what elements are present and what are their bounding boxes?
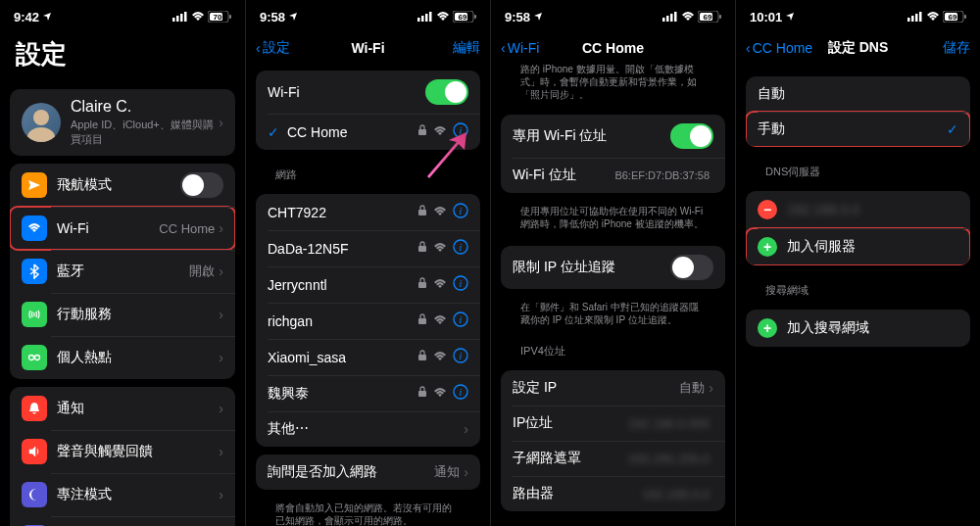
svg-rect-51 [719, 15, 721, 19]
battery-icon: 69 [943, 11, 966, 23]
signal-icon [172, 12, 188, 22]
private-addr-row[interactable]: 專用 Wi-Fi 位址 [501, 115, 725, 158]
svg-rect-0 [172, 18, 175, 22]
page-title: 設定 DNS [828, 39, 888, 57]
network-row[interactable]: 其他⋯› [256, 411, 480, 447]
remove-icon[interactable]: − [758, 200, 777, 219]
network-row[interactable]: 魏興泰i [256, 375, 480, 411]
limit-ip-toggle[interactable] [670, 255, 713, 280]
svg-rect-18 [425, 14, 428, 22]
info-icon[interactable]: i [453, 203, 468, 221]
dns-server-row[interactable]: − 192.168.0.0 [746, 191, 970, 228]
chevron-icon: › [219, 401, 223, 416]
back-button[interactable]: ‹設定 [256, 39, 290, 57]
svg-rect-45 [662, 18, 665, 22]
notifications-row[interactable]: 通知 › [10, 387, 235, 430]
svg-point-10 [29, 356, 34, 360]
save-button[interactable]: 儲存 [943, 39, 970, 57]
info-icon[interactable]: i [453, 275, 468, 294]
auto-row[interactable]: 自動 [746, 76, 970, 112]
svg-rect-48 [674, 12, 677, 22]
signal-icon [662, 12, 678, 22]
svg-rect-36 [418, 318, 426, 324]
signal-icon [417, 12, 433, 22]
chevron-icon: › [219, 220, 223, 236]
battery-icon: 70 [208, 11, 231, 23]
cellular-row[interactable]: 行動服務 › [10, 293, 235, 336]
svg-rect-56 [919, 12, 922, 22]
moon-icon [22, 482, 47, 507]
wifi-icon [436, 12, 450, 22]
svg-rect-39 [418, 355, 426, 360]
add-icon[interactable]: + [758, 237, 777, 257]
wifi-row[interactable]: Wi-Fi CC Home › [10, 207, 235, 250]
svg-rect-3 [184, 12, 187, 22]
info-icon[interactable]: i [453, 239, 468, 258]
wifi-icon [191, 12, 205, 22]
configure-ip-row[interactable]: 設定 IP 自動 › [501, 370, 725, 406]
network-row[interactable]: DaDa-12N5Fi [256, 230, 480, 266]
airplane-row[interactable]: 飛航模式 [10, 164, 235, 207]
svg-point-8 [33, 110, 49, 125]
info-icon[interactable]: i [453, 348, 468, 366]
wifi-icon [433, 386, 447, 401]
page-title: Wi-Fi [351, 40, 384, 56]
page-title: CC Home [582, 40, 644, 56]
svg-text:69: 69 [704, 13, 712, 22]
bluetooth-row[interactable]: 藍牙 開啟 › [10, 250, 235, 293]
network-row[interactable]: richgani [256, 303, 480, 339]
private-addr-toggle[interactable] [670, 123, 713, 149]
svg-rect-17 [421, 16, 424, 22]
network-row[interactable]: Jerrycnntli [256, 266, 480, 303]
hotspot-row[interactable]: 個人熱點 › [10, 336, 235, 379]
back-button[interactable]: ‹Wi-Fi [501, 40, 539, 56]
svg-rect-54 [911, 16, 914, 22]
hotspot-icon [22, 345, 47, 370]
airplane-icon [22, 172, 47, 198]
svg-rect-27 [418, 210, 426, 215]
limit-ip-row[interactable]: 限制 IP 位址追蹤 [501, 246, 725, 289]
svg-rect-2 [180, 14, 183, 22]
wifi-toggle-row[interactable]: Wi-Fi [256, 71, 480, 114]
lock-icon [417, 350, 427, 364]
wifi-icon [433, 350, 447, 364]
profile-row[interactable]: Claire C. Apple ID、iCloud+、媒體與購買項目 › [10, 89, 235, 156]
wifi-icon [433, 277, 447, 292]
network-row[interactable]: CHT7922i [256, 194, 480, 230]
chevron-icon: › [464, 421, 468, 437]
back-button[interactable]: ‹CC Home [746, 40, 812, 56]
chevron-left-icon: ‹ [501, 40, 506, 56]
wifi-icon [926, 12, 940, 22]
info-icon[interactable]: i [453, 384, 468, 403]
svg-rect-22 [474, 15, 476, 19]
subnet-row: 子網路遮罩 255.255.255.0 [501, 441, 725, 476]
bluetooth-icon [22, 259, 47, 284]
svg-rect-6 [229, 15, 231, 19]
lock-icon [417, 277, 427, 292]
wifi-toggle[interactable] [425, 79, 468, 105]
chevron-icon: › [709, 380, 713, 396]
add-icon[interactable]: + [758, 318, 777, 338]
info-icon[interactable]: i [453, 311, 468, 330]
svg-text:i: i [460, 387, 463, 398]
add-domain-row[interactable]: + 加入搜尋網域 [746, 310, 970, 347]
network-row[interactable]: Xiaomi_sasai [256, 339, 480, 375]
wifi-icon [22, 215, 47, 241]
focus-row[interactable]: 專注模式 › [10, 473, 235, 516]
add-server-row[interactable]: + 加入伺服器 [746, 228, 970, 265]
wifi-addr-row: Wi-Fi 位址 B6:EF:D7:DB:37:58 [501, 158, 725, 193]
screentime-row[interactable]: 螢幕使用時間 › [10, 516, 235, 526]
ask-join-row[interactable]: 詢問是否加入網路 通知 › [256, 454, 480, 490]
svg-rect-55 [915, 14, 918, 22]
svg-rect-46 [666, 16, 669, 22]
sound-row[interactable]: 聲音與觸覺回饋 › [10, 430, 235, 473]
svg-text:i: i [460, 278, 463, 289]
edit-button[interactable]: 編輯 [453, 39, 480, 57]
svg-rect-16 [417, 18, 420, 22]
airplane-toggle[interactable] [180, 172, 223, 198]
manual-row[interactable]: 手動 ✓ [746, 112, 970, 147]
lock-icon [417, 313, 427, 328]
svg-text:i: i [460, 242, 463, 253]
bell-icon [22, 396, 47, 421]
profile-name: Claire C. [71, 98, 219, 116]
